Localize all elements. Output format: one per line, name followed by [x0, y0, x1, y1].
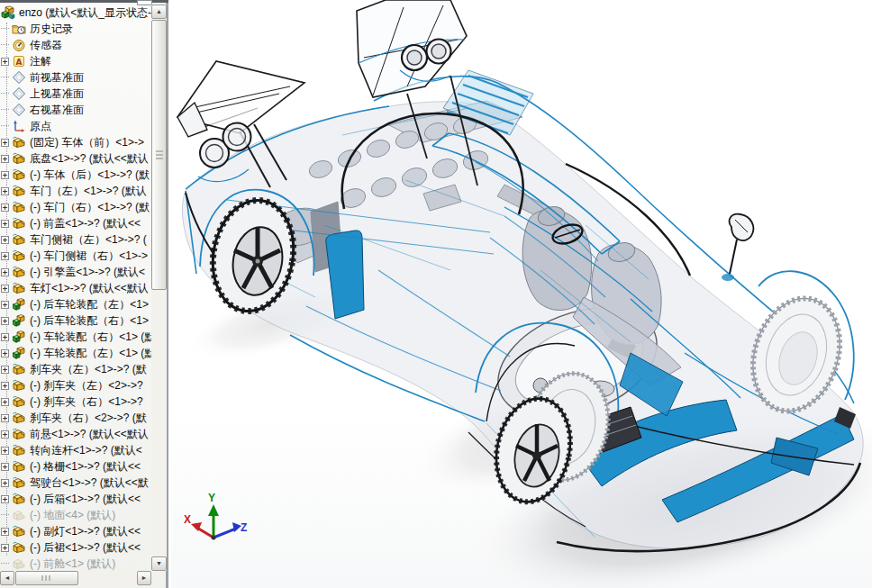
expand-toggle[interactable]: + — [1, 220, 9, 228]
tree-item-label: 前悬<1>->? (默认<<默认 — [30, 427, 149, 442]
car-model-wireframe[interactable]: X Y Z — [171, 0, 872, 588]
tree-item[interactable]: (-) 地面<4> (默认) — [0, 507, 151, 523]
expand-toggle[interactable]: + — [1, 544, 9, 552]
tree-item[interactable]: 原点 — [0, 118, 151, 134]
history-icon — [12, 22, 26, 36]
expand-toggle[interactable]: + — [1, 333, 9, 341]
tree-item-label: (-) 地面<4> (默认) — [30, 508, 115, 523]
expand-toggle[interactable]: + — [1, 171, 9, 179]
expand-toggle[interactable]: + — [1, 382, 9, 390]
tree-item[interactable]: + (-) 车门侧裙（右）<1>-> — [0, 248, 151, 264]
tree-item-label: 右视基准面 — [30, 103, 84, 118]
tree-item[interactable]: (-) 前舱<1> (默认) — [0, 556, 151, 571]
expand-toggle[interactable]: + — [1, 528, 9, 536]
expand-toggle[interactable]: + — [1, 317, 9, 325]
tree-vertical-scrollbar[interactable]: ▲ ▼ — [151, 5, 167, 571]
tree-item[interactable]: + (-) 前盖<1>->? (默认<< — [0, 215, 151, 231]
tree-item-label: (-) 车门（右）<1>->? (默 — [30, 200, 150, 215]
tree-item[interactable]: + (-) 刹车夹（右）<1>->? — [0, 394, 151, 410]
tree-item[interactable]: + (-) 车轮装配（左）<1> (默 — [0, 345, 151, 361]
tree-item[interactable]: + (-) 后车轮装配（右）<1> — [0, 312, 151, 329]
part-icon — [12, 135, 26, 149]
expand-toggle[interactable]: + — [1, 463, 9, 471]
scroll-right-button[interactable]: ► — [137, 571, 151, 585]
scroll-up-button[interactable]: ▲ — [151, 5, 167, 19]
tree-item[interactable]: + 驾驶台<1>->? (默认<<默 — [0, 475, 151, 491]
plane-icon — [12, 86, 26, 101]
tree-item[interactable]: + (-) 车体（后）<1>->? (默 — [0, 167, 151, 183]
expand-toggle[interactable]: + — [1, 366, 9, 374]
tree-item[interactable]: 上视基准面 — [0, 86, 151, 102]
tree-item[interactable]: + 转向连杆<1>->? (默认< — [0, 442, 151, 458]
tree-item[interactable]: + (-) 副灯<1>->? (默认<< — [0, 523, 151, 539]
tree-item[interactable]: + (-) 后车轮装配（左）<1> — [0, 296, 151, 312]
expand-toggle[interactable]: + — [1, 155, 9, 163]
tree-item-label: (-) 后箱<1>->? (默认<< — [30, 492, 141, 507]
tree-item[interactable]: + (固定) 车体（前）<1>-> — [0, 134, 151, 150]
tree-item[interactable]: + (-) 后箱<1>->? (默认<< — [0, 491, 151, 507]
sensors-icon — [12, 38, 26, 52]
tree-item-label: 前视基准面 — [30, 70, 84, 86]
graphics-area[interactable]: X Y Z — [171, 0, 872, 588]
tree-item-label: 车灯<1>->? (默认<<默认 — [30, 281, 149, 296]
feature-tree: enzo (默认<默认_显示状态- 历史记录 传感器 + 注解 前视基准面 上视 — [0, 5, 151, 571]
scroll-down-button[interactable]: ▼ — [151, 556, 167, 571]
expand-toggle[interactable]: + — [1, 236, 9, 244]
tree-item-label: (-) 刹车夹（右）<1>->? — [30, 394, 143, 410]
tree-item[interactable]: + (-) 车门（右）<1>->? (默 — [0, 199, 151, 215]
tree-item-label: 原点 — [30, 119, 51, 134]
expand-toggle[interactable]: + — [1, 495, 9, 503]
triad-x-label: X — [184, 513, 191, 526]
tree-item[interactable]: 右视基准面 — [0, 102, 151, 118]
expand-toggle[interactable]: + — [1, 252, 9, 260]
expand-toggle[interactable]: + — [1, 285, 9, 293]
tree-item-label: 上视基准面 — [30, 86, 84, 102]
tree-item[interactable]: + 底盘<1>->? (默认<<默认 — [0, 150, 151, 167]
tree-item-label: (-) 车轮装配（右）<1> (默 — [30, 330, 151, 345]
tree-item[interactable]: 历史记录 — [0, 21, 151, 37]
assembly-icon — [1, 5, 15, 20]
tree-item[interactable]: + 前悬<1>->? (默认<<默认 — [0, 426, 151, 442]
subassembly-icon — [12, 313, 26, 328]
tree-branch-stub — [1, 28, 9, 30]
expand-toggle[interactable]: + — [1, 479, 9, 487]
tree-item-label: (-) 刹车夹（左）<2>->? — [30, 378, 143, 394]
expand-toggle[interactable]: + — [1, 58, 9, 66]
tree-item[interactable]: + 刹车夹（左）<1>->? (默 — [0, 361, 151, 377]
tree-item[interactable]: + (-) 引擎盖<1>->? (默认< — [0, 264, 151, 280]
expand-toggle[interactable]: + — [1, 398, 9, 406]
vertical-scroll-thumb[interactable] — [151, 20, 167, 290]
tree-item[interactable]: + 车门侧裙（左）<1>->? ( — [0, 231, 151, 248]
tree-item[interactable]: + (-) 后裙<1>->? (默认<< — [0, 539, 151, 556]
tree-horizontal-scrollbar[interactable]: ◄ ► — [0, 571, 151, 585]
tree-item[interactable]: + 车灯<1>->? (默认<<默认 — [0, 280, 151, 296]
part-icon — [12, 443, 26, 457]
expand-toggle[interactable]: + — [1, 139, 9, 147]
expand-toggle[interactable]: + — [1, 268, 9, 276]
tree-item[interactable]: + (-) 格栅<1>->? (默认<< — [0, 458, 151, 475]
tree-item[interactable]: + 刹车夹（右）<2>->? (默 — [0, 410, 151, 426]
tree-item-label: 历史记录 — [30, 22, 73, 37]
scroll-left-button[interactable]: ◄ — [0, 571, 14, 585]
expand-toggle[interactable]: + — [1, 301, 9, 309]
expand-toggle[interactable]: + — [1, 204, 9, 212]
expand-toggle[interactable]: + — [1, 414, 9, 422]
expand-toggle[interactable]: + — [1, 187, 9, 195]
subassembly-icon — [12, 346, 26, 360]
expand-toggle[interactable]: + — [1, 349, 9, 357]
tree-item-label: enzo (默认<默认_显示状态- — [19, 5, 151, 21]
horizontal-scroll-thumb[interactable] — [15, 571, 78, 585]
tree-item[interactable]: 传感器 — [0, 37, 151, 53]
tree-item-label: (-) 车门侧裙（右）<1>-> — [30, 249, 148, 264]
expand-toggle[interactable]: + — [1, 430, 9, 439]
tree-item[interactable]: enzo (默认<默认_显示状态- — [0, 5, 151, 21]
tree-item[interactable]: + (-) 车轮装配（右）<1> (默 — [0, 329, 151, 345]
tree-item[interactable]: + 注解 — [0, 53, 151, 69]
part-icon — [12, 378, 26, 393]
tree-item[interactable]: + 车门（左）<1>->? (默认 — [0, 183, 151, 199]
tree-item[interactable]: + (-) 刹车夹（左）<2>->? — [0, 377, 151, 394]
part-icon — [12, 475, 26, 490]
tree-item-label: (-) 副灯<1>->? (默认<< — [30, 524, 141, 539]
tree-item[interactable]: 前视基准面 — [0, 69, 151, 86]
expand-toggle[interactable]: + — [1, 447, 9, 455]
